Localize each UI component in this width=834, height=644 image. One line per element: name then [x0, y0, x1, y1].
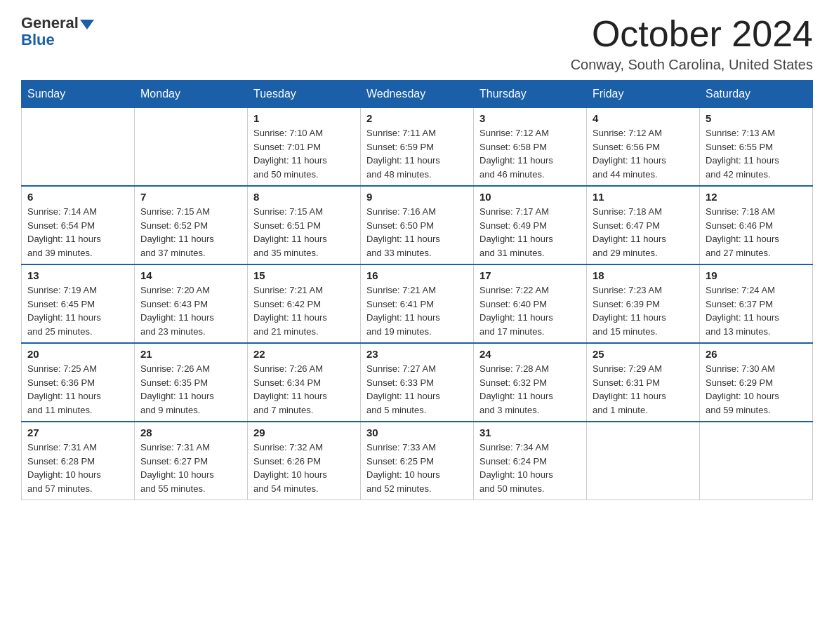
- day-info: Sunrise: 7:14 AM Sunset: 6:54 PM Dayligh…: [27, 205, 128, 260]
- calendar-cell: 14Sunrise: 7:20 AM Sunset: 6:43 PM Dayli…: [135, 264, 248, 343]
- calendar-week-row: 27Sunrise: 7:31 AM Sunset: 6:28 PM Dayli…: [22, 422, 813, 500]
- day-info: Sunrise: 7:19 AM Sunset: 6:45 PM Dayligh…: [27, 283, 128, 338]
- calendar-cell: 8Sunrise: 7:15 AM Sunset: 6:51 PM Daylig…: [248, 186, 361, 264]
- day-info: Sunrise: 7:22 AM Sunset: 6:40 PM Dayligh…: [479, 283, 581, 338]
- calendar-header-row: SundayMondayTuesdayWednesdayThursdayFrid…: [22, 81, 813, 108]
- title-section: October 2024 Conway, South Carolina, Uni…: [571, 14, 813, 73]
- day-number: 21: [140, 348, 241, 360]
- calendar-week-row: 1Sunrise: 7:10 AM Sunset: 7:01 PM Daylig…: [22, 108, 813, 187]
- day-info: Sunrise: 7:21 AM Sunset: 6:41 PM Dayligh…: [366, 283, 468, 338]
- day-number: 13: [27, 269, 128, 281]
- calendar-cell: 21Sunrise: 7:26 AM Sunset: 6:35 PM Dayli…: [135, 343, 248, 422]
- day-number: 6: [27, 191, 128, 203]
- day-number: 29: [253, 427, 355, 438]
- day-number: 27: [27, 427, 128, 438]
- day-number: 4: [593, 112, 694, 124]
- day-number: 9: [366, 191, 468, 203]
- calendar-cell: 5Sunrise: 7:13 AM Sunset: 6:55 PM Daylig…: [700, 108, 813, 187]
- day-info: Sunrise: 7:28 AM Sunset: 6:32 PM Dayligh…: [479, 362, 581, 417]
- day-number: 23: [366, 348, 468, 360]
- day-number: 15: [253, 269, 355, 281]
- day-number: 25: [593, 348, 694, 360]
- calendar-cell: 10Sunrise: 7:17 AM Sunset: 6:49 PM Dayli…: [474, 186, 587, 264]
- page-header: General Blue October 2024 Conway, South …: [21, 14, 813, 73]
- calendar-cell: 12Sunrise: 7:18 AM Sunset: 6:46 PM Dayli…: [700, 186, 813, 264]
- calendar-cell: 19Sunrise: 7:24 AM Sunset: 6:37 PM Dayli…: [700, 264, 813, 343]
- day-info: Sunrise: 7:33 AM Sunset: 6:25 PM Dayligh…: [366, 441, 468, 495]
- calendar-cell: 11Sunrise: 7:18 AM Sunset: 6:47 PM Dayli…: [587, 186, 700, 264]
- calendar-table: SundayMondayTuesdayWednesdayThursdayFrid…: [21, 80, 813, 500]
- day-number: 24: [479, 348, 581, 360]
- day-info: Sunrise: 7:25 AM Sunset: 6:36 PM Dayligh…: [27, 362, 128, 417]
- calendar-cell: 23Sunrise: 7:27 AM Sunset: 6:33 PM Dayli…: [361, 343, 474, 422]
- day-number: 20: [27, 348, 128, 360]
- day-info: Sunrise: 7:24 AM Sunset: 6:37 PM Dayligh…: [706, 283, 807, 338]
- calendar-cell: [587, 422, 700, 500]
- day-number: 17: [479, 269, 581, 281]
- weekday-header-thursday: Thursday: [474, 81, 587, 108]
- day-number: 11: [593, 191, 694, 203]
- day-number: 30: [366, 427, 468, 438]
- calendar-cell: 9Sunrise: 7:16 AM Sunset: 6:50 PM Daylig…: [361, 186, 474, 264]
- day-info: Sunrise: 7:23 AM Sunset: 6:39 PM Dayligh…: [593, 283, 694, 338]
- weekday-header-sunday: Sunday: [22, 81, 135, 108]
- day-number: 5: [706, 112, 807, 124]
- day-info: Sunrise: 7:20 AM Sunset: 6:43 PM Dayligh…: [140, 283, 241, 338]
- day-number: 22: [253, 348, 355, 360]
- logo-arrow-icon: [80, 20, 94, 29]
- day-info: Sunrise: 7:34 AM Sunset: 6:24 PM Dayligh…: [479, 441, 581, 495]
- location-title: Conway, South Carolina, United States: [571, 57, 813, 73]
- calendar-cell: 27Sunrise: 7:31 AM Sunset: 6:28 PM Dayli…: [22, 422, 135, 500]
- calendar-cell: 3Sunrise: 7:12 AM Sunset: 6:58 PM Daylig…: [474, 108, 587, 187]
- day-number: 19: [706, 269, 807, 281]
- day-info: Sunrise: 7:26 AM Sunset: 6:34 PM Dayligh…: [253, 362, 355, 417]
- day-info: Sunrise: 7:15 AM Sunset: 6:52 PM Dayligh…: [140, 205, 241, 260]
- weekday-header-wednesday: Wednesday: [361, 81, 474, 108]
- day-info: Sunrise: 7:21 AM Sunset: 6:42 PM Dayligh…: [253, 283, 355, 338]
- day-number: 3: [479, 112, 581, 124]
- calendar-cell: 31Sunrise: 7:34 AM Sunset: 6:24 PM Dayli…: [474, 422, 587, 500]
- day-number: 16: [366, 269, 468, 281]
- weekday-header-friday: Friday: [587, 81, 700, 108]
- day-number: 10: [479, 191, 581, 203]
- day-info: Sunrise: 7:13 AM Sunset: 6:55 PM Dayligh…: [706, 126, 807, 181]
- day-info: Sunrise: 7:31 AM Sunset: 6:28 PM Dayligh…: [27, 441, 128, 495]
- day-info: Sunrise: 7:18 AM Sunset: 6:46 PM Dayligh…: [706, 205, 807, 260]
- day-info: Sunrise: 7:12 AM Sunset: 6:58 PM Dayligh…: [479, 126, 581, 181]
- day-number: 7: [140, 191, 241, 203]
- day-info: Sunrise: 7:26 AM Sunset: 6:35 PM Dayligh…: [140, 362, 241, 417]
- calendar-week-row: 20Sunrise: 7:25 AM Sunset: 6:36 PM Dayli…: [22, 343, 813, 422]
- logo: General Blue: [21, 14, 94, 49]
- calendar-cell: 26Sunrise: 7:30 AM Sunset: 6:29 PM Dayli…: [700, 343, 813, 422]
- calendar-cell: 18Sunrise: 7:23 AM Sunset: 6:39 PM Dayli…: [587, 264, 700, 343]
- day-info: Sunrise: 7:18 AM Sunset: 6:47 PM Dayligh…: [593, 205, 694, 260]
- calendar-cell: 6Sunrise: 7:14 AM Sunset: 6:54 PM Daylig…: [22, 186, 135, 264]
- calendar-cell: 16Sunrise: 7:21 AM Sunset: 6:41 PM Dayli…: [361, 264, 474, 343]
- calendar-cell: 28Sunrise: 7:31 AM Sunset: 6:27 PM Dayli…: [135, 422, 248, 500]
- calendar-cell: 22Sunrise: 7:26 AM Sunset: 6:34 PM Dayli…: [248, 343, 361, 422]
- day-info: Sunrise: 7:32 AM Sunset: 6:26 PM Dayligh…: [253, 441, 355, 495]
- calendar-cell: [700, 422, 813, 500]
- calendar-cell: 25Sunrise: 7:29 AM Sunset: 6:31 PM Dayli…: [587, 343, 700, 422]
- calendar-cell: [135, 108, 248, 187]
- day-info: Sunrise: 7:16 AM Sunset: 6:50 PM Dayligh…: [366, 205, 468, 260]
- calendar-cell: 1Sunrise: 7:10 AM Sunset: 7:01 PM Daylig…: [248, 108, 361, 187]
- calendar-cell: 20Sunrise: 7:25 AM Sunset: 6:36 PM Dayli…: [22, 343, 135, 422]
- day-number: 31: [479, 427, 581, 438]
- day-number: 14: [140, 269, 241, 281]
- day-info: Sunrise: 7:17 AM Sunset: 6:49 PM Dayligh…: [479, 205, 581, 260]
- day-number: 8: [253, 191, 355, 203]
- weekday-header-saturday: Saturday: [700, 81, 813, 108]
- day-info: Sunrise: 7:15 AM Sunset: 6:51 PM Dayligh…: [253, 205, 355, 260]
- weekday-header-monday: Monday: [135, 81, 248, 108]
- day-info: Sunrise: 7:10 AM Sunset: 7:01 PM Dayligh…: [253, 126, 355, 181]
- calendar-cell: 29Sunrise: 7:32 AM Sunset: 6:26 PM Dayli…: [248, 422, 361, 500]
- day-number: 28: [140, 427, 241, 438]
- day-info: Sunrise: 7:27 AM Sunset: 6:33 PM Dayligh…: [366, 362, 468, 417]
- calendar-cell: 30Sunrise: 7:33 AM Sunset: 6:25 PM Dayli…: [361, 422, 474, 500]
- day-number: 12: [706, 191, 807, 203]
- calendar-cell: 4Sunrise: 7:12 AM Sunset: 6:56 PM Daylig…: [587, 108, 700, 187]
- calendar-cell: 17Sunrise: 7:22 AM Sunset: 6:40 PM Dayli…: [474, 264, 587, 343]
- calendar-cell: 2Sunrise: 7:11 AM Sunset: 6:59 PM Daylig…: [361, 108, 474, 187]
- day-number: 1: [253, 112, 355, 124]
